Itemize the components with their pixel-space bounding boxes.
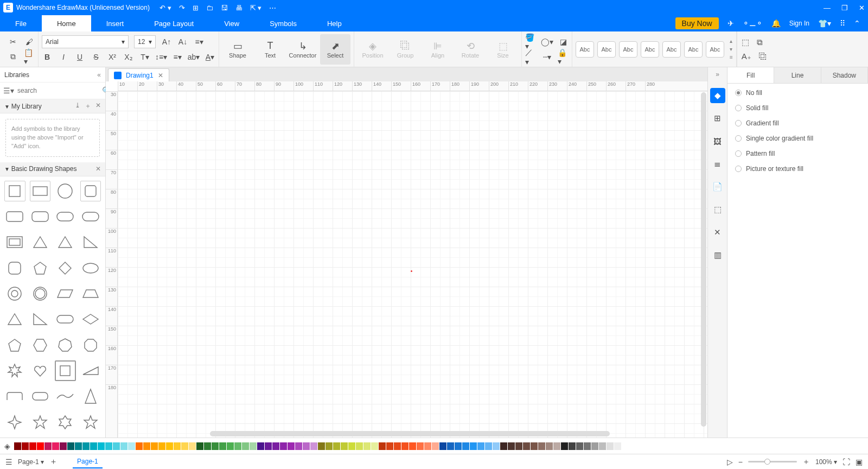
- color-picker-icon[interactable]: ◈: [4, 442, 10, 451]
- shape-rounded-square[interactable]: [80, 181, 101, 201]
- color-swatch[interactable]: [599, 442, 606, 450]
- color-swatch[interactable]: [508, 442, 515, 450]
- format-painter-icon[interactable]: 🖌: [24, 36, 35, 47]
- color-swatch[interactable]: [196, 442, 203, 450]
- share-icon[interactable]: ⚬⚊⚬: [743, 19, 763, 28]
- color-swatch[interactable]: [371, 442, 378, 450]
- shape-hexagon[interactable]: [30, 335, 51, 356]
- apparel-icon[interactable]: 👕▾: [818, 19, 831, 28]
- shape-double-circle[interactable]: [30, 283, 51, 304]
- fit-page-icon[interactable]: ⛶: [843, 458, 850, 466]
- shape-triangle[interactable]: [30, 232, 51, 252]
- color-swatch[interactable]: [591, 442, 598, 450]
- page-panel-icon[interactable]: 📄: [710, 179, 725, 194]
- canvas-vscrollbar[interactable]: [701, 92, 706, 427]
- shape-ring[interactable]: [4, 283, 25, 304]
- color-swatch[interactable]: [82, 442, 90, 450]
- layers-panel-icon[interactable]: ≣: [710, 156, 725, 172]
- color-swatch[interactable]: [531, 442, 538, 450]
- select-tool[interactable]: ⬈Select: [320, 34, 350, 65]
- color-swatch[interactable]: [455, 442, 462, 450]
- color-swatch[interactable]: [409, 442, 416, 450]
- color-swatch[interactable]: [394, 442, 401, 450]
- color-swatch[interactable]: [250, 442, 257, 450]
- menu-page-layout[interactable]: Page Layout: [139, 15, 209, 31]
- send-icon[interactable]: ✈: [727, 19, 734, 28]
- superscript-icon[interactable]: X²: [107, 52, 118, 62]
- text-case-icon[interactable]: T▾: [139, 52, 150, 62]
- color-swatch[interactable]: [189, 442, 196, 450]
- text-tool[interactable]: TText: [255, 34, 285, 65]
- color-swatch[interactable]: [614, 442, 621, 450]
- undo-icon[interactable]: ↶ ▾: [159, 4, 171, 12]
- save-icon[interactable]: 🖫: [221, 4, 228, 12]
- color-swatch[interactable]: [295, 442, 302, 450]
- color-swatch[interactable]: [470, 442, 477, 450]
- shape-capsule[interactable]: [55, 309, 76, 329]
- shape-tri3[interactable]: [4, 309, 25, 329]
- color-swatch[interactable]: [462, 442, 469, 450]
- collapse-libraries-icon[interactable]: «: [97, 71, 101, 79]
- color-swatch[interactable]: [356, 442, 363, 450]
- color-swatch[interactable]: [212, 442, 219, 450]
- color-swatch[interactable]: [29, 442, 36, 450]
- shape-heptagon[interactable]: [55, 335, 76, 356]
- shape-wedge[interactable]: [80, 360, 101, 381]
- apps-icon[interactable]: ⠿: [840, 19, 845, 28]
- fill-opt-gradient[interactable]: Gradient fill: [735, 119, 860, 127]
- color-swatch[interactable]: [326, 442, 333, 450]
- zoom-label[interactable]: 100% ▾: [815, 458, 837, 466]
- rotate-tool[interactable]: ⟲Rotate: [455, 34, 486, 65]
- my-library-title[interactable]: My Library: [11, 103, 42, 110]
- fill-panel-icon[interactable]: ◆: [710, 88, 725, 103]
- fill-opt-no-fill[interactable]: No fill: [735, 89, 860, 97]
- library-menu-icon[interactable]: ☰▾: [3, 86, 14, 95]
- crop-icon[interactable]: ⧉: [757, 37, 763, 47]
- shape-square[interactable]: [4, 181, 25, 201]
- color-swatch[interactable]: [439, 442, 446, 450]
- italic-icon[interactable]: I: [58, 52, 69, 62]
- color-swatch[interactable]: [151, 442, 158, 450]
- color-swatch[interactable]: [143, 442, 150, 450]
- style-swatch[interactable]: Abc: [641, 41, 659, 58]
- shape-star5[interactable]: [30, 412, 51, 433]
- close-shapes-icon[interactable]: ✕: [95, 165, 101, 173]
- color-swatch[interactable]: [417, 442, 424, 450]
- buy-now-button[interactable]: Buy Now: [675, 17, 719, 29]
- page-selector[interactable]: Page-1 ▾: [18, 458, 44, 466]
- grow-font-icon[interactable]: A↑: [161, 36, 172, 47]
- style-more-icon[interactable]: ≡: [730, 54, 733, 60]
- color-swatch[interactable]: [280, 442, 287, 450]
- component-panel-icon[interactable]: ⬚: [710, 202, 725, 217]
- color-swatch[interactable]: [341, 442, 348, 450]
- canvas-hscrollbar[interactable]: [210, 431, 610, 436]
- color-swatch[interactable]: [432, 442, 439, 450]
- color-swatch[interactable]: [538, 442, 545, 450]
- canvas[interactable]: [118, 91, 707, 438]
- dash-style-icon[interactable]: ┄▾: [541, 52, 552, 62]
- paste-icon[interactable]: 📋▾: [24, 52, 35, 62]
- menu-symbols[interactable]: Symbols: [254, 15, 312, 31]
- sign-in-link[interactable]: Sign In: [789, 20, 809, 27]
- line-spacing-icon[interactable]: ↕≡▾: [156, 52, 167, 62]
- color-swatch[interactable]: [379, 442, 386, 450]
- color-swatch[interactable]: [75, 442, 82, 450]
- shape-rhombus[interactable]: [80, 309, 101, 329]
- lock-icon[interactable]: 🔒▾: [558, 52, 569, 62]
- color-swatch[interactable]: [219, 442, 226, 450]
- shape-star4[interactable]: [4, 412, 25, 433]
- align-para-icon[interactable]: ≡▾: [194, 36, 205, 47]
- align-tool[interactable]: ⊫Align: [423, 34, 453, 65]
- copy-icon[interactable]: ⧉: [8, 52, 18, 62]
- color-swatch[interactable]: [553, 442, 560, 450]
- fill-opt-solid[interactable]: Solid fill: [735, 104, 860, 112]
- shape-star6b[interactable]: [80, 412, 101, 433]
- color-swatch[interactable]: [181, 442, 188, 450]
- color-swatch[interactable]: [60, 442, 67, 450]
- subscript-icon[interactable]: X₂: [123, 52, 134, 62]
- style-swatch[interactable]: Abc: [597, 41, 616, 58]
- color-swatch[interactable]: [288, 442, 295, 450]
- shape-parallelogram[interactable]: [55, 283, 76, 304]
- shape-rect[interactable]: [30, 181, 51, 201]
- image-panel-icon[interactable]: 🖼: [710, 134, 725, 149]
